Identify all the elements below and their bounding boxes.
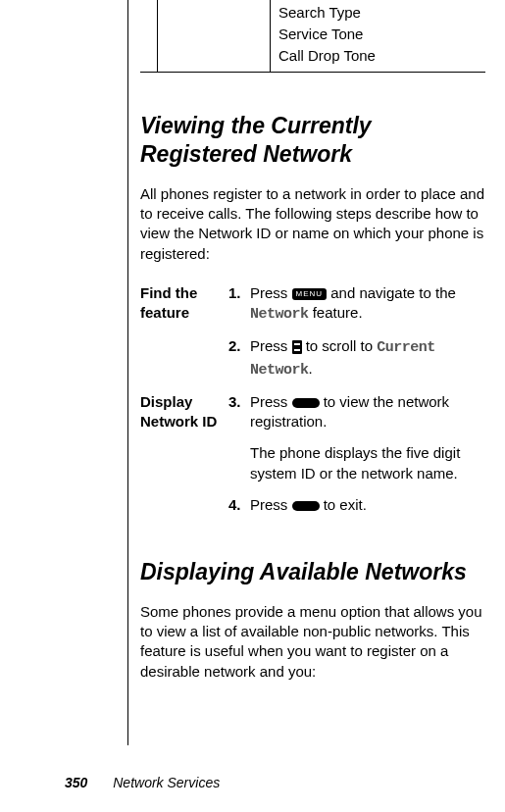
step-text: Press MENU and navigate to the Network f…	[250, 283, 485, 326]
table-col-empty-1	[140, 0, 158, 72]
step-number: 4.	[228, 495, 250, 515]
step-group: Display Network ID 3. Press to view the …	[140, 392, 485, 527]
step-number: 1.	[228, 283, 250, 326]
step-text: Press to exit.	[250, 495, 485, 515]
step-text: Press to scroll to Current Network.	[250, 336, 485, 381]
section-heading: Displaying Available Networks	[140, 558, 485, 586]
top-settings-table: Search Type Service Tone Call Drop Tone	[140, 0, 485, 73]
step-group-label: Display Network ID	[140, 392, 228, 527]
step-item: 4. Press to exit.	[228, 495, 485, 515]
table-col-empty-2	[158, 0, 271, 72]
end-key-icon	[292, 501, 320, 511]
mono-text: Network	[250, 306, 309, 323]
step-group: Find the feature 1. Press MENU and navig…	[140, 283, 485, 392]
step-item: 2. Press to scroll to Current Network.	[228, 336, 485, 381]
table-option: Service Tone	[278, 24, 478, 45]
menu-key-icon: MENU	[292, 288, 328, 300]
section-intro: Some phones provide a menu option that a…	[140, 602, 485, 682]
steps-block-1: Find the feature 1. Press MENU and navig…	[140, 283, 485, 527]
section-heading: Viewing the Currently Registered Network	[140, 112, 485, 169]
nav-key-icon	[292, 340, 302, 354]
send-key-icon	[292, 398, 320, 408]
step-extra-text: The phone displays the five digit system…	[250, 443, 485, 483]
step-number: 2.	[228, 336, 250, 381]
page-content: Search Type Service Tone Call Drop Tone …	[127, 0, 485, 745]
table-col-options: Search Type Service Tone Call Drop Tone	[271, 0, 485, 72]
step-number: 3.	[228, 392, 250, 432]
footer-section-name: Network Services	[113, 775, 220, 790]
section-intro: All phones register to a network in orde…	[140, 184, 485, 264]
page-number: 350	[65, 775, 87, 790]
step-text: Press to view the network registration.	[250, 392, 485, 432]
step-item: 1. Press MENU and navigate to the Networ…	[228, 283, 485, 326]
step-group-body: 1. Press MENU and navigate to the Networ…	[228, 283, 485, 392]
table-option: Call Drop Tone	[278, 45, 478, 67]
page-footer: 350 Network Services	[65, 775, 220, 790]
step-group-body: 3. Press to view the network registratio…	[228, 392, 485, 527]
step-item: 3. Press to view the network registratio…	[228, 392, 485, 432]
step-group-label: Find the feature	[140, 283, 228, 392]
table-option: Search Type	[278, 2, 478, 24]
